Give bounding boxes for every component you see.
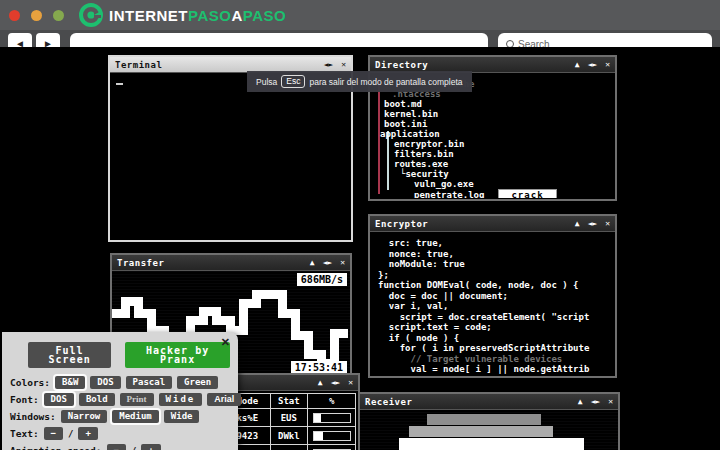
stepper-separator: /	[68, 429, 73, 439]
tree-item-label: └security	[400, 169, 449, 179]
tree-item: filters.bin	[370, 149, 615, 159]
tree-item: boot.ini	[370, 119, 615, 129]
table-row: 9423DWkl	[225, 427, 356, 445]
resize-icon[interactable]: ◄►	[324, 61, 334, 69]
option-button-arial[interactable]: Arial	[207, 393, 241, 406]
search-placeholder: Search	[518, 39, 550, 48]
window-encryptor[interactable]: Encryptor ▲ ◄► ✕ src: true, nonce: true,…	[368, 214, 617, 378]
decrease-button[interactable]: −	[107, 444, 126, 450]
search-input[interactable]: Search	[498, 33, 712, 47]
increase-button[interactable]: +	[141, 444, 160, 450]
nodes-header-row: NodeStat%	[225, 394, 356, 409]
panel-row-label: Animation speed:	[10, 445, 102, 450]
tooltip-text-post: para salir del modo de pantalla completa	[309, 77, 462, 87]
minimize-icon[interactable]: ▲	[318, 379, 323, 387]
resize-icon[interactable]: ◄►	[591, 398, 601, 406]
tree-item-label: application	[380, 129, 440, 139]
option-button-wide[interactable]: Wide	[159, 393, 203, 406]
code-line: val = node[ i ] || node.getAttrib	[378, 364, 615, 375]
window-nodes[interactable]: ▲ ◄► ✕ NodeStat%ks%EEUS9423DWkl	[220, 373, 360, 450]
panel-option-rows: Colors:B&WDOSPascalGreenFont:DOSBoldPrin…	[10, 376, 230, 450]
option-button-narrow[interactable]: Narrow	[61, 410, 108, 423]
tree-item: kernel.bin	[370, 109, 615, 119]
terminal-title: Terminal	[115, 60, 316, 70]
code-line: function DOMEval( code, node, doc ) {	[378, 280, 615, 291]
close-icon[interactable]: ✕	[605, 220, 610, 228]
minimize-icon[interactable]: ▲	[578, 398, 583, 406]
tree-item: application	[370, 129, 615, 139]
tree-item: └security	[370, 169, 615, 179]
receiver-block	[409, 426, 553, 437]
option-button-medium[interactable]: Medium	[112, 410, 159, 423]
encryptor-content: src: true, nonce: true, noModule: true};…	[370, 231, 615, 375]
resize-icon[interactable]: ◄►	[323, 259, 333, 267]
hacker-by-pranx-button[interactable]: Hacker by Pranx	[125, 342, 230, 368]
full-screen-button[interactable]: Full Screen	[28, 342, 111, 368]
tree-item-label: boot.md	[384, 99, 422, 109]
terminal-title-bar[interactable]: Terminal ◄► ✕	[110, 57, 351, 72]
directory-title: Directory	[375, 60, 567, 70]
encryptor-title-bar[interactable]: Encryptor ▲ ◄► ✕	[370, 216, 615, 231]
esc-key-badge: Esc	[281, 75, 305, 88]
close-icon[interactable]: ✕	[608, 398, 613, 406]
nodes-title-bar[interactable]: ▲ ◄► ✕	[222, 375, 358, 390]
url-bar[interactable]	[70, 33, 488, 47]
receiver-title-bar[interactable]: Receiver ▲ ◄► ✕	[360, 394, 618, 409]
close-icon[interactable]: ✕	[605, 61, 610, 69]
crack-button[interactable]: crack	[498, 189, 556, 198]
nodes-column-header: Stat	[270, 394, 308, 409]
tree-item-label: boot.ini	[384, 119, 427, 129]
progress-fill	[314, 432, 323, 440]
hacker-desktop: Terminal ◄► ✕ Directory ▲ ◄► ✕ apache.ht…	[0, 47, 720, 450]
percent-cell	[308, 409, 356, 427]
code-listing: src: true, nonce: true, noModule: true};…	[370, 232, 615, 375]
resize-icon[interactable]: ◄►	[588, 220, 598, 228]
panel-row-label: Font:	[10, 394, 39, 405]
minimize-icon[interactable]: ▲	[575, 220, 580, 228]
progress-bar	[313, 413, 351, 423]
ipap-logo-icon	[78, 2, 104, 28]
maximize-traffic-light-icon[interactable]	[53, 10, 64, 21]
resize-icon[interactable]: ◄►	[588, 61, 598, 69]
site-logo[interactable]: INTERNETPASOAPASO	[78, 2, 286, 28]
receiver-block	[427, 414, 541, 425]
panel-row: Font:DOSBoldPrintWideArial	[10, 393, 230, 406]
option-button-print[interactable]: Print	[120, 393, 154, 406]
terminal-screen[interactable]	[110, 72, 351, 239]
option-button-dos[interactable]: DOS	[44, 393, 74, 406]
code-line: for ( i in preservedScriptAttribute	[378, 343, 615, 354]
screen: INTERNETPASOAPASO ◄ ► Search Terminal ◄►…	[0, 0, 720, 450]
panel-close-icon[interactable]: ✕	[221, 336, 230, 349]
code-line: src: true,	[378, 238, 615, 249]
close-icon[interactable]: ✕	[348, 379, 353, 387]
nodes-content: NodeStat%ks%EEUS9423DWkl	[222, 390, 358, 450]
minimize-traffic-light-icon[interactable]	[31, 10, 42, 21]
transfer-title-bar[interactable]: Transfer ▲ ◄► ✕	[112, 255, 350, 270]
increase-button[interactable]: +	[78, 427, 97, 440]
forward-button[interactable]: ►	[36, 33, 60, 47]
stat-cell: EUS	[270, 409, 308, 427]
panel-row: Colors:B&WDOSPascalGreen	[10, 376, 230, 389]
option-button-b-w[interactable]: B&W	[55, 376, 85, 389]
close-traffic-light-icon[interactable]	[9, 10, 20, 21]
panel-row: Windows:NarrowMediumWide	[10, 410, 230, 423]
resize-icon[interactable]: ◄►	[331, 379, 341, 387]
minimize-icon[interactable]: ▲	[310, 259, 315, 267]
option-button-green[interactable]: Green	[177, 376, 218, 389]
directory-title-bar[interactable]: Directory ▲ ◄► ✕	[370, 57, 615, 72]
option-button-wide[interactable]: Wide	[164, 410, 200, 423]
panel-row-label: Text:	[10, 428, 39, 439]
panel-row: Animation speed:−/+	[10, 444, 230, 450]
decrease-button[interactable]: −	[44, 427, 63, 440]
nodes-column-header: %	[308, 394, 356, 409]
option-button-dos[interactable]: DOS	[90, 376, 120, 389]
close-icon[interactable]: ✕	[340, 259, 345, 267]
tree-item-label: penetrate.log	[414, 190, 484, 198]
option-button-pascal[interactable]: Pascal	[126, 376, 173, 389]
code-line: };	[378, 270, 615, 281]
back-button[interactable]: ◄	[8, 33, 32, 47]
minimize-icon[interactable]: ▲	[575, 61, 580, 69]
close-icon[interactable]: ✕	[341, 61, 346, 69]
window-receiver[interactable]: Receiver ▲ ◄► ✕	[358, 392, 620, 450]
option-button-bold[interactable]: Bold	[79, 393, 115, 406]
